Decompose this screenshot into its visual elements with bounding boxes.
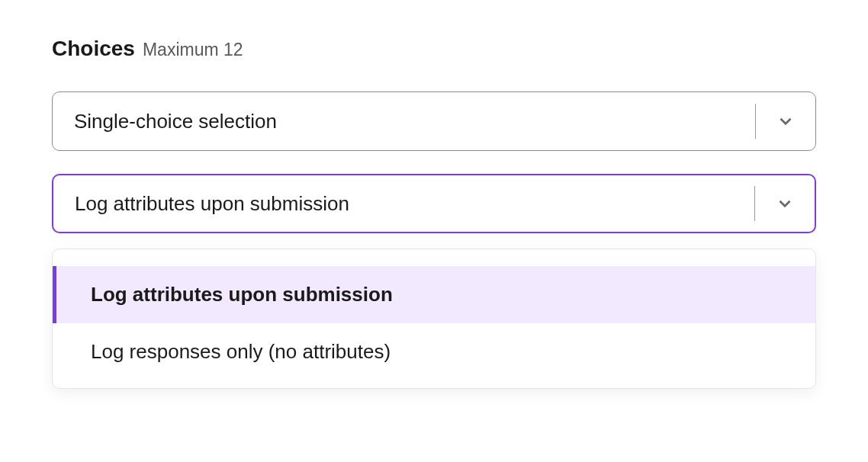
choices-subtitle: Maximum 12 [143, 40, 243, 60]
chevron-down-icon[interactable] [756, 111, 815, 131]
choices-header: Choices Maximum 12 [52, 37, 816, 61]
dropdown-option-log-responses-only[interactable]: Log responses only (no attributes) [53, 323, 815, 380]
choices-title: Choices [52, 37, 135, 61]
select-single-choice-value: Single-choice selection [53, 110, 755, 133]
select-single-choice[interactable]: Single-choice selection [52, 91, 816, 151]
chevron-down-icon[interactable] [755, 194, 815, 213]
dropdown-option-log-attributes[interactable]: Log attributes upon submission [53, 266, 815, 323]
select-log-attributes-value: Log attributes upon submission [53, 192, 754, 216]
dropdown-panel: Log attributes upon submission Log respo… [52, 249, 816, 389]
select-log-attributes[interactable]: Log attributes upon submission [52, 174, 816, 233]
